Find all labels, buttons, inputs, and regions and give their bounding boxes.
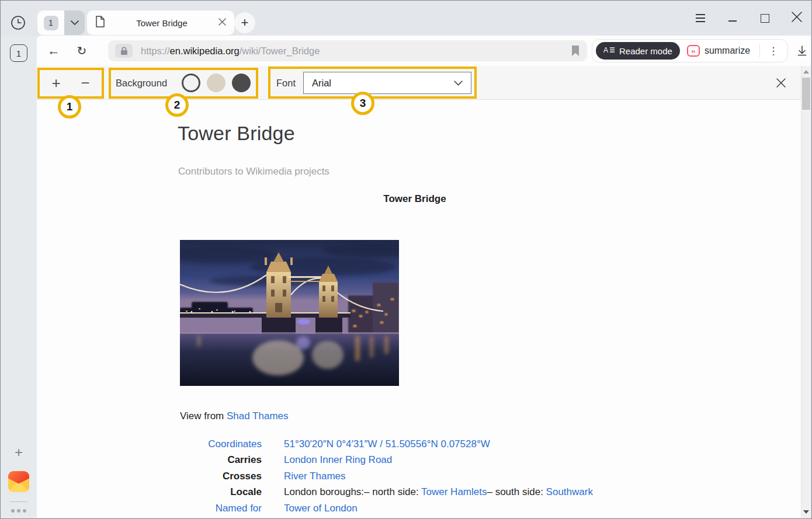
sidebar-panel-window-1[interactable]: 1: [10, 44, 27, 62]
browser-window: 1 Tower Bridge +: [0, 0, 812, 519]
close-icon: [776, 78, 786, 88]
infobox-label: Carries: [178, 454, 262, 466]
browser-menu-button[interactable]: [694, 12, 707, 25]
download-icon: [796, 45, 808, 57]
table-row: LocaleLondon boroughs:– north side: Towe…: [178, 485, 593, 501]
infobox-label-link[interactable]: Coordinates: [178, 438, 262, 450]
menu-icon: [696, 14, 705, 22]
tab-title: Tower Bridge: [105, 18, 218, 28]
workspace-dropdown-button[interactable]: [64, 11, 85, 35]
infobox-value-text: – south side:: [487, 486, 546, 497]
sidebar: 1 +: [1, 36, 37, 518]
infobox-label-link[interactable]: Named for: [178, 503, 262, 514]
sidebar-more-button[interactable]: [11, 509, 26, 513]
maximize-icon: [761, 14, 769, 23]
workspace-switcher[interactable]: 1: [37, 11, 85, 35]
table-row: Named forTower of London: [178, 500, 593, 517]
secure-lock-badge[interactable]: [115, 44, 133, 58]
infobox-rows: Coordinates51°30′20″N 0°4′31″W / 51.5055…: [178, 436, 593, 517]
triangle-down-icon: [803, 510, 809, 514]
chevron-down-icon: [71, 18, 79, 28]
tower-bridge-photo: [180, 240, 399, 386]
chevron-down-icon: [454, 81, 463, 86]
background-label: Background: [116, 66, 167, 100]
infobox-value: 51°30′20″N 0°4′31″W / 51.50556°N 0.07528…: [284, 438, 490, 450]
workspace-badge: 1: [44, 16, 58, 30]
table-row: CarriesLondon Inner Ring Road: [178, 452, 593, 469]
reload-button[interactable]: ↻: [72, 44, 92, 58]
panel-number: 1: [16, 48, 21, 58]
summarize-button[interactable]: “ summarize: [680, 45, 757, 57]
background-swatch-sepia[interactable]: [207, 74, 225, 92]
tab-tower-bridge[interactable]: Tower Bridge: [87, 11, 234, 35]
caption-prefix: View from: [180, 410, 227, 422]
font-select[interactable]: Arial: [303, 72, 471, 94]
infobox-value-link[interactable]: London Inner Ring Road: [284, 454, 392, 465]
back-button[interactable]: ←: [44, 43, 64, 58]
scroll-down-button[interactable]: [801, 507, 811, 517]
page-actions-menu-button[interactable]: ⋮: [762, 45, 784, 57]
infobox-value: London Inner Ring Road: [284, 454, 392, 466]
infobox-value-link[interactable]: Tower of London: [284, 503, 358, 514]
table-row: CrossesRiver Thames: [178, 468, 593, 485]
background-swatch-dark[interactable]: [232, 74, 251, 92]
infobox-value: Tower of London: [284, 503, 358, 514]
reader-mode-icon: A: [603, 46, 615, 56]
infobox-value-link[interactable]: 51°30′20″N 0°4′31″W / 51.50556°N 0.07528…: [284, 438, 490, 450]
bookmark-icon: [571, 45, 580, 57]
font-label: Font: [276, 66, 296, 100]
background-swatch-light[interactable]: [182, 74, 200, 92]
minimize-button[interactable]: [726, 12, 739, 25]
infobox-label: Locale: [178, 486, 262, 498]
reader-mode-button[interactable]: A Reader mode: [596, 42, 680, 60]
text-increase-button[interactable]: +: [43, 66, 69, 100]
image-caption: View from Shad Thames: [180, 410, 289, 422]
bookmark-button[interactable]: [571, 45, 580, 57]
clock-icon: [10, 15, 26, 33]
plus-icon: +: [241, 15, 249, 30]
infobox-value-link[interactable]: Tower Hamlets: [421, 486, 487, 497]
reader-mode-label: Reader mode: [619, 46, 672, 56]
vertical-scrollbar[interactable]: [801, 66, 811, 518]
main-area: ← ↻ https://en.wikipedia.org/wiki/Tower_…: [37, 36, 811, 518]
shad-thames-link[interactable]: Shad Thames: [227, 410, 289, 422]
titlebar: 1 Tower Bridge +: [1, 1, 811, 36]
close-icon: [792, 12, 802, 25]
sidebar-divider: [10, 501, 27, 502]
quote-icon: “: [687, 45, 700, 57]
close-window-button[interactable]: [790, 12, 803, 25]
download-button[interactable]: [796, 45, 808, 57]
sidebar-bottom-group: +: [8, 445, 29, 518]
lock-icon: [120, 47, 128, 55]
page-title: Tower Bridge: [178, 122, 295, 145]
scrollbar-thumb[interactable]: [802, 78, 810, 110]
vivaldi-mail-icon[interactable]: [8, 471, 29, 492]
tab-close-icon[interactable]: [218, 18, 226, 28]
maximize-button[interactable]: [758, 12, 771, 25]
infobox-value: River Thames: [284, 471, 346, 482]
url-scheme: https://: [141, 46, 170, 56]
minimize-icon: [728, 20, 737, 22]
close-reader-toolbar-button[interactable]: [771, 66, 792, 100]
triangle-up-icon: [803, 70, 809, 74]
scroll-up-button[interactable]: [801, 67, 811, 76]
font-select-value: Arial: [312, 78, 331, 89]
infobox-value: London boroughs:– north side: Tower Haml…: [284, 486, 593, 498]
url-path: /wiki/Tower_Bridge: [240, 46, 320, 56]
add-web-panel-button[interactable]: +: [15, 445, 23, 459]
url-host: en.wikipedia.org: [170, 46, 240, 56]
article-byline: Contributors to Wikimedia projects: [178, 166, 329, 177]
infobox-value-link[interactable]: River Thames: [284, 471, 346, 482]
infobox-value-text: London boroughs:– north side:: [284, 486, 421, 497]
infobox-label: Crosses: [178, 471, 262, 482]
infobox-caption: Tower Bridge: [178, 193, 652, 205]
table-row: Coordinates51°30′20″N 0°4′31″W / 51.5055…: [178, 436, 593, 452]
infobox-value-link[interactable]: Southwark: [546, 486, 593, 497]
address-toolbar: ← ↻ https://en.wikipedia.org/wiki/Tower_…: [37, 36, 811, 66]
history-clock-button[interactable]: [10, 16, 26, 32]
text-decrease-button[interactable]: −: [72, 66, 98, 100]
address-field[interactable]: https://en.wikipedia.org/wiki/Tower_Brid…: [108, 40, 587, 61]
window-controls: [694, 1, 803, 36]
page-icon: [95, 16, 105, 30]
new-tab-button[interactable]: +: [234, 12, 255, 33]
